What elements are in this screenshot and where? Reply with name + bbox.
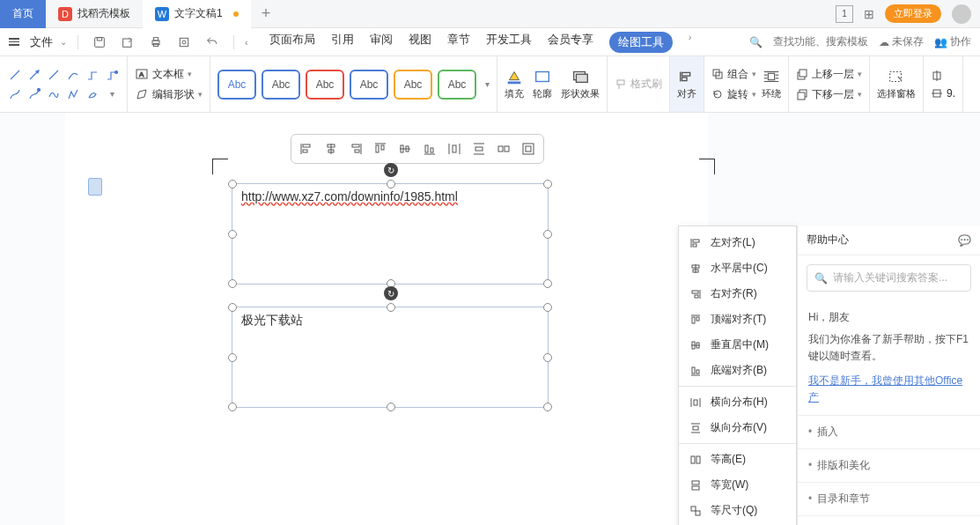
menu-page-layout[interactable]: 页面布局 (269, 32, 315, 53)
select-pane-button[interactable]: 选择窗格 (877, 68, 916, 100)
wrap-button[interactable]: 环绕 (762, 68, 781, 100)
help-cat-layout[interactable]: 排版和美化 (798, 449, 980, 483)
align-top-icon[interactable] (369, 138, 392, 159)
edit-shape-button[interactable]: 编辑形状▾ (135, 87, 203, 102)
handle[interactable] (387, 303, 395, 312)
relative-page-icon[interactable] (517, 138, 540, 159)
menu-chapter[interactable]: 章节 (447, 32, 470, 53)
menu-member[interactable]: 会员专享 (548, 32, 593, 53)
dd-align-right[interactable]: 右对齐(R) (679, 281, 796, 307)
hamburger-icon[interactable] (9, 38, 19, 46)
line-tools[interactable]: ▾ (7, 67, 120, 102)
style-5[interactable]: Abc (394, 70, 432, 100)
move-up-button[interactable]: 上移一层▾ (796, 67, 862, 82)
style-3[interactable]: Abc (306, 70, 344, 100)
style-6[interactable]: Abc (438, 70, 476, 100)
style-1[interactable]: Abc (217, 70, 256, 100)
unsaved-status[interactable]: ☁未保存 (879, 34, 924, 49)
chevron-right-icon[interactable]: › (689, 32, 692, 53)
handle[interactable] (543, 279, 552, 288)
styles-expand-icon[interactable]: ▾ (485, 79, 490, 89)
dd-equal-height[interactable]: 等高(E) (679, 447, 796, 472)
undo-icon[interactable] (202, 33, 223, 52)
tab-home[interactable]: 首页 (0, 0, 46, 28)
dd-equal-size[interactable]: 等尺寸(Q) (679, 498, 796, 523)
rotate-handle-icon[interactable]: ↻ (384, 286, 398, 300)
help-cat-insert[interactable]: 插入 (798, 416, 980, 449)
search-icon[interactable]: 🔍 (749, 36, 763, 48)
dd-align-bottom[interactable]: 底端对齐(B) (679, 358, 796, 383)
size-height-icon[interactable] (931, 70, 955, 82)
tab-document[interactable]: W文字文稿1 (143, 0, 251, 28)
textbox-2[interactable]: ↻ 极光下载站 (232, 307, 549, 408)
align-button[interactable]: 对齐 (677, 68, 696, 100)
coop-button[interactable]: 👥协作 (934, 34, 971, 49)
help-cat-reference[interactable]: 引用 (798, 516, 980, 525)
dd-align-center-h[interactable]: 水平居中(C) (679, 255, 796, 281)
file-menu[interactable]: 文件 (30, 34, 53, 50)
doc-thumb-icon[interactable] (88, 178, 102, 196)
align-left-icon[interactable] (295, 138, 318, 159)
style-2[interactable]: Abc (262, 70, 300, 100)
dd-distribute-h[interactable]: 横向分布(H) (679, 389, 796, 415)
size-width-field[interactable]: 9. (931, 87, 955, 100)
dd-align-top[interactable]: 顶端对齐(T) (679, 307, 796, 332)
group-button[interactable]: 组合▾ (711, 67, 756, 82)
grid-icon[interactable]: ⊞ (864, 7, 874, 21)
dd-distribute-v[interactable]: 纵向分布(V) (679, 415, 796, 440)
chat-icon[interactable]: 💬 (958, 234, 971, 247)
textbox-button[interactable]: A文本框▾ (135, 67, 203, 82)
help-cat-toc[interactable]: 目录和章节 (798, 483, 980, 516)
preview-icon[interactable] (173, 33, 195, 52)
help-search-input[interactable]: 🔍请输入关键词搜索答案... (807, 264, 971, 292)
export-icon[interactable] (117, 33, 138, 52)
dd-equal-width[interactable]: 等宽(W) (679, 472, 796, 498)
window-count-icon[interactable]: 1 (836, 5, 853, 23)
menu-reference[interactable]: 引用 (331, 32, 354, 53)
move-down-button[interactable]: 下移一层▾ (796, 87, 862, 102)
save-icon[interactable] (89, 33, 110, 52)
help-link[interactable]: 我不是新手，我曾使用其他Office产 (808, 374, 962, 403)
tab-templates[interactable]: D找稻壳模板 (46, 0, 143, 28)
chevron-left-icon[interactable]: ‹ (245, 37, 248, 48)
handle[interactable] (543, 230, 552, 239)
handle[interactable] (228, 303, 237, 312)
align-middle-v-icon[interactable] (394, 138, 416, 159)
menu-review[interactable]: 审阅 (370, 32, 393, 53)
handle[interactable] (387, 180, 395, 189)
distribute-v-icon[interactable] (468, 138, 490, 159)
handle[interactable] (228, 353, 237, 362)
align-right-icon[interactable] (344, 138, 367, 159)
fill-button[interactable]: 填充 (505, 68, 524, 100)
rotate-handle-icon[interactable]: ↻ (384, 163, 398, 177)
print-icon[interactable] (145, 33, 166, 52)
handle[interactable] (228, 230, 237, 239)
handle[interactable] (543, 180, 552, 189)
menu-drawing-tools[interactable]: 绘图工具 (609, 32, 673, 53)
avatar-icon[interactable] (952, 4, 971, 24)
login-button[interactable]: 立即登录 (885, 4, 941, 23)
rotate-button[interactable]: 旋转▾ (711, 87, 756, 102)
menu-devtools[interactable]: 开发工具 (486, 32, 532, 53)
tab-add-button[interactable]: + (251, 4, 282, 23)
textbox-1[interactable]: ↻ http://www.xz7.com/downinfo/1985.html (232, 183, 549, 285)
distribute-h-icon[interactable] (443, 138, 466, 159)
style-4[interactable]: Abc (350, 70, 388, 100)
handle[interactable] (543, 303, 552, 312)
shape-styles[interactable]: Abc Abc Abc Abc Abc Abc (217, 70, 476, 100)
outline-button[interactable]: 轮廓 (533, 68, 552, 100)
handle[interactable] (543, 353, 552, 362)
menu-view[interactable]: 视图 (409, 32, 431, 53)
format-brush-button[interactable]: 格式刷 (615, 77, 662, 92)
align-bottom-icon[interactable] (418, 138, 441, 159)
dd-align-middle-v[interactable]: 垂直居中(M) (679, 332, 796, 358)
align-center-h-icon[interactable] (320, 138, 343, 159)
handle[interactable] (228, 180, 237, 189)
effect-button[interactable]: 形状效果 (561, 68, 600, 100)
handle[interactable] (228, 279, 237, 288)
search-placeholder[interactable]: 查找功能、搜索模板 (773, 34, 868, 49)
handle[interactable] (543, 403, 552, 411)
equal-size-icon[interactable] (492, 138, 515, 159)
handle[interactable] (387, 403, 395, 411)
dd-align-left[interactable]: 左对齐(L) (679, 230, 796, 255)
